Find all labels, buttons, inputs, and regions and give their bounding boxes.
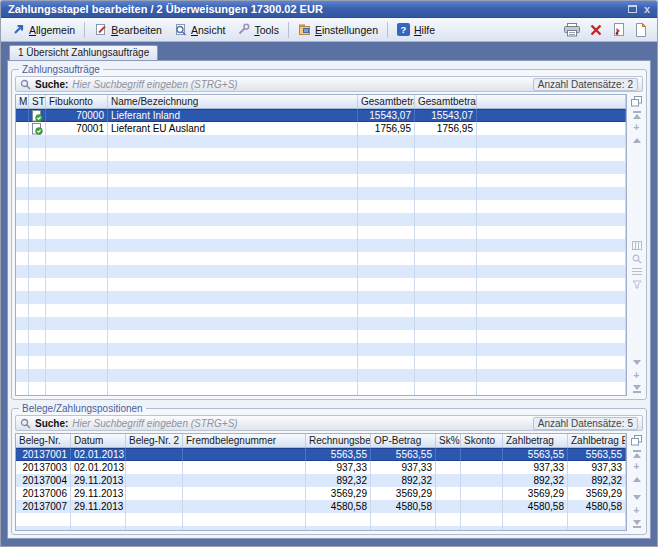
- table-cell: 4580,58: [306, 500, 371, 513]
- table-cell: [477, 109, 626, 122]
- table-cell: [29, 265, 46, 278]
- table-cell: [29, 187, 46, 200]
- menu-item-ansicht[interactable]: Ansicht: [168, 21, 231, 38]
- table-cell: [46, 174, 108, 187]
- table-cell: [183, 461, 306, 474]
- table-cell: [46, 161, 108, 174]
- menu-item-bearbeiten[interactable]: Bearbeiten: [88, 21, 168, 38]
- menu-item-allgemein[interactable]: Allgemein: [6, 21, 81, 38]
- table-cell: [126, 513, 183, 526]
- table-cell: [461, 474, 503, 487]
- table-row[interactable]: 70001Lieferant EU Ausland1756,951756,95: [16, 122, 626, 135]
- table-cell: [461, 513, 503, 526]
- table-cell: [16, 239, 29, 252]
- column-header-fremdbelegnummer[interactable]: Fremdbelegnummer: [183, 434, 306, 447]
- print-icon[interactable]: [564, 23, 580, 37]
- copy-grid-icon[interactable]: [631, 434, 642, 447]
- table-cell: [46, 265, 108, 278]
- column-header-skonto[interactable]: Skonto: [461, 434, 503, 447]
- table-cell: [477, 135, 626, 148]
- payment-orders-grid[interactable]: MSTFibukontoName/BezeichnungGesamtbetrag…: [15, 94, 627, 396]
- column-header-st[interactable]: ST: [29, 95, 46, 108]
- positions-search-bar[interactable]: Suche: Hier Suchbegriff eingeben (STRG+S…: [15, 415, 643, 431]
- table-row-empty: [16, 187, 626, 200]
- close-button[interactable]: x: [644, 5, 650, 14]
- menu-items: AllgemeinBearbeitenAnsichtToolsEinstellu…: [6, 18, 441, 41]
- delete-icon[interactable]: [590, 24, 602, 36]
- table-cell: [461, 526, 503, 530]
- table-row-empty: [16, 213, 626, 226]
- column-header-gesamtbetrag[interactable]: Gesamtbetrag: [358, 95, 415, 108]
- column-header-m[interactable]: M: [16, 95, 29, 108]
- table-cell: [16, 265, 29, 278]
- post-document-icon[interactable]: [612, 23, 625, 37]
- add-row-icon[interactable]: +: [634, 369, 640, 382]
- table-cell: [16, 369, 29, 382]
- close-icon: x: [644, 5, 650, 14]
- scroll-first-icon[interactable]: [633, 447, 641, 460]
- column-header-fibukonto[interactable]: Fibukonto: [46, 95, 108, 108]
- column-header-sk-[interactable]: Sk%: [436, 434, 461, 447]
- grid-search-icon[interactable]: [632, 252, 642, 265]
- table-cell: 937,33: [306, 461, 371, 474]
- table-row[interactable]: 2013700102.01.2013 /Mi5563,555563,555563…: [16, 448, 626, 461]
- table-cell: 3569,29: [306, 487, 371, 500]
- column-header-name-bezeichnung[interactable]: Name/Bezeichnung: [108, 95, 358, 108]
- menu-item-hilfe[interactable]: ?Hilfe: [391, 21, 441, 38]
- scroll-last-icon[interactable]: [633, 382, 641, 395]
- column-header-zahlbetrag[interactable]: Zahlbetrag: [503, 434, 568, 447]
- grid-filter-icon[interactable]: [632, 278, 642, 291]
- menu-item-label: Einstellungen: [315, 24, 378, 36]
- scroll-down-icon[interactable]: [633, 356, 641, 369]
- menu-item-label: Bearbeiten: [111, 24, 162, 36]
- table-cell: 1756,95: [415, 122, 477, 135]
- scroll-up-icon[interactable]: [633, 473, 641, 486]
- table-row-empty: [16, 526, 626, 530]
- column-header-datum[interactable]: Datum: [71, 434, 126, 447]
- add-row-icon[interactable]: +: [634, 504, 640, 517]
- table-cell: [358, 369, 415, 382]
- edit-document-icon: [94, 23, 107, 36]
- table-cell: [371, 526, 436, 530]
- orders-grid-body: 70000Lieferant Inland15543,0715543,07700…: [16, 109, 626, 395]
- column-header-op-betrag[interactable]: OP-Betrag: [371, 434, 436, 447]
- tab-overview-payment-orders[interactable]: 1 Übersicht Zahlungsaufträge: [9, 45, 158, 60]
- table-cell: [108, 187, 358, 200]
- scroll-down-icon[interactable]: [633, 491, 641, 504]
- table-cell: [16, 356, 29, 369]
- column-header-gesamtbetrag-euro[interactable]: Gesamtbetrag Euro: [415, 95, 477, 108]
- table-row-empty: [16, 148, 626, 161]
- column-header-beleg-nr-2[interactable]: Beleg-Nr. 2: [126, 434, 183, 447]
- column-header-rechnungsbetrag[interactable]: Rechnungsbetrag: [306, 434, 371, 447]
- doc-check-icon: [32, 123, 43, 135]
- table-row[interactable]: 2013700629.11.2013 /Fr3569,293569,293569…: [16, 487, 626, 500]
- column-header-beleg-nr-[interactable]: Beleg-Nr.: [16, 434, 71, 447]
- copy-grid-icon[interactable]: [631, 95, 642, 108]
- maximize-button[interactable]: [628, 5, 637, 13]
- scroll-first-icon[interactable]: [633, 108, 641, 121]
- scroll-last-icon[interactable]: [633, 517, 641, 530]
- table-cell: 70001: [46, 122, 108, 135]
- positions-grid[interactable]: Beleg-Nr.DatumBeleg-Nr. 2Fremdbelegnumme…: [15, 433, 627, 531]
- insert-row-icon[interactable]: +: [634, 460, 640, 473]
- grid-list-icon[interactable]: [632, 265, 642, 278]
- menu-item-einstellungen[interactable]: Einstellungen: [292, 21, 384, 38]
- table-row-empty: [16, 330, 626, 343]
- insert-row-icon[interactable]: +: [634, 121, 640, 134]
- column-header-zahlbetrag-euro[interactable]: Zahlbetrag Euro: [568, 434, 626, 447]
- orders-search-bar[interactable]: Suche: Hier Suchbegriff eingeben (STRG+S…: [15, 76, 643, 92]
- table-cell: [108, 356, 358, 369]
- table-cell: [108, 382, 358, 395]
- menu-item-tools[interactable]: Tools: [231, 21, 285, 38]
- table-row[interactable]: 70000Lieferant Inland15543,0715543,07: [16, 109, 626, 122]
- grid-columns-icon[interactable]: [632, 239, 642, 252]
- table-cell: Lieferant EU Ausland: [108, 122, 358, 135]
- table-cell: [306, 526, 371, 530]
- table-row[interactable]: 2013700429.11.2013 /Fr892,32892,32892,32…: [16, 474, 626, 487]
- scroll-up-icon[interactable]: [633, 134, 641, 147]
- settings-icon: [298, 23, 311, 36]
- table-row[interactable]: 2013700729.11.2013 /Fr4580,584580,584580…: [16, 500, 626, 513]
- table-cell: [46, 304, 108, 317]
- table-row[interactable]: 2013700302.01.2013 /Mi937,33937,33937,33…: [16, 461, 626, 474]
- new-document-icon[interactable]: [635, 23, 647, 37]
